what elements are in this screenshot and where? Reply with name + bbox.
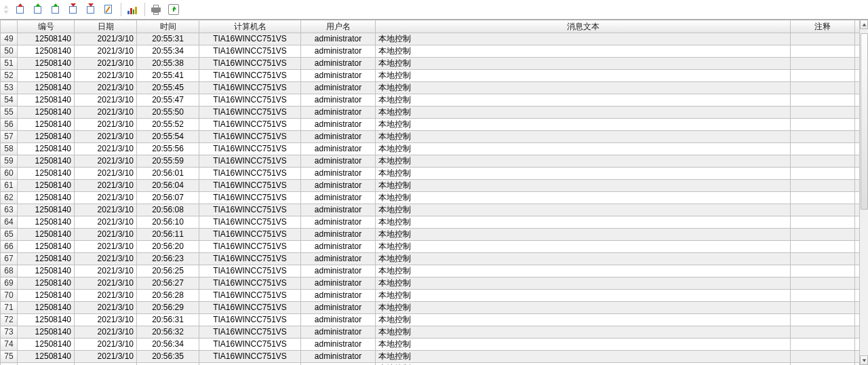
cell-user: administrator [301,180,376,192]
col-header-date[interactable]: 日期 [75,20,137,33]
cell-date: 2021/3/10 [75,351,137,363]
row-header[interactable]: 74 [1,339,18,351]
scroll-thumb[interactable] [861,33,868,210]
cell-date: 2021/3/10 [75,168,137,180]
table-row[interactable]: 52125081402021/3/1020:55:41TIA16WINCC751… [1,70,860,82]
edit-sheet-icon[interactable] [100,1,117,18]
cell-msg: 本地控制 [376,265,791,277]
cell-msg: 本地控制 [376,33,791,45]
table-row[interactable]: 69125081402021/3/1020:56:27TIA16WINCC751… [1,277,860,290]
table-row[interactable]: 73125081402021/3/1020:56:32TIA16WINCC751… [1,326,860,339]
row-header[interactable]: 67 [1,253,18,265]
col-header-computer[interactable]: 计算机名 [199,20,301,33]
table-row[interactable]: 54125081402021/3/1020:55:47TIA16WINCC751… [1,94,860,107]
table-row[interactable]: 60125081402021/3/1020:56:01TIA16WINCC751… [1,168,860,180]
table-row[interactable]: 56125081402021/3/1020:55:52TIA16WINCC751… [1,119,860,131]
table-row[interactable]: 65125081402021/3/1020:56:11TIA16WINCC751… [1,229,860,241]
cell-computer: TIA16WINCC751VS [199,277,301,290]
table-row[interactable]: 74125081402021/3/1020:56:34TIA16WINCC751… [1,339,860,351]
scroll-up-button[interactable] [860,20,868,29]
row-header[interactable]: 57 [1,131,18,143]
row-header[interactable]: 63 [1,204,18,216]
cell-msg: 本地控制 [376,314,791,326]
table-row[interactable]: 63125081402021/3/1020:56:08TIA16WINCC751… [1,204,860,216]
row-header[interactable]: 49 [1,33,18,45]
table-row[interactable]: 66125081402021/3/1020:56:20TIA16WINCC751… [1,241,860,253]
row-header[interactable]: 69 [1,277,18,290]
table-row[interactable]: 51125081402021/3/1020:55:38TIA16WINCC751… [1,58,860,70]
export-up-icon[interactable] [47,1,64,18]
row-header[interactable]: 56 [1,119,18,131]
import-sheet-icon[interactable] [12,1,28,18]
print-icon[interactable] [148,1,164,18]
cell-msg: 本地控制 [376,119,791,131]
row-header[interactable]: 52 [1,70,18,82]
row-header[interactable]: 66 [1,241,18,253]
col-header-id[interactable]: 编号 [18,20,75,33]
table-row[interactable]: 75125081402021/3/1020:56:35TIA16WINCC751… [1,351,860,363]
table-row[interactable]: 61125081402021/3/1020:56:04TIA16WINCC751… [1,180,860,192]
table-row[interactable]: 72125081402021/3/1020:56:31TIA16WINCC751… [1,314,860,326]
table-row[interactable]: 58125081402021/3/1020:55:56TIA16WINCC751… [1,143,860,155]
row-header[interactable]: 68 [1,265,18,277]
row-header[interactable]: 70 [1,290,18,302]
cell-id: 12508140 [18,265,75,277]
col-header-msg[interactable]: 消息文本 [376,20,791,33]
cell-date: 2021/3/10 [75,216,137,229]
row-header[interactable]: 60 [1,168,18,180]
cell-user: administrator [301,107,376,119]
col-header-user[interactable]: 用户名 [301,20,376,33]
cell-msg: 本地控制 [376,363,791,366]
row-header[interactable]: 71 [1,302,18,314]
table-row[interactable]: 50125081402021/3/1020:55:34TIA16WINCC751… [1,45,860,58]
row-header[interactable]: 76 [1,363,18,366]
table-row[interactable]: 64125081402021/3/1020:56:10TIA16WINCC751… [1,216,860,229]
cell-user: administrator [301,45,376,58]
chart-icon[interactable] [124,1,140,18]
cell-user: administrator [301,265,376,277]
row-header[interactable]: 61 [1,180,18,192]
row-header[interactable]: 72 [1,314,18,326]
table-row[interactable]: 57125081402021/3/1020:55:54TIA16WINCC751… [1,131,860,143]
row-header[interactable]: 59 [1,155,18,168]
cell-msg: 本地控制 [376,107,791,119]
export-sheet-icon[interactable] [65,1,81,18]
row-header[interactable]: 54 [1,94,18,107]
table-row[interactable]: 53125081402021/3/1020:55:45TIA16WINCC751… [1,82,860,94]
col-header-time[interactable]: 时间 [137,20,199,33]
row-header[interactable]: 75 [1,351,18,363]
row-header[interactable]: 53 [1,82,18,94]
cell-note [791,94,855,107]
row-header[interactable]: 65 [1,229,18,241]
table-row[interactable]: 76125081402021/3/1020:56:37TIA16WINCC751… [1,363,860,366]
table-row[interactable]: 55125081402021/3/1020:55:50TIA16WINCC751… [1,107,860,119]
scroll-down-button[interactable] [860,356,868,365]
row-header[interactable]: 73 [1,326,18,339]
table-row[interactable]: 68125081402021/3/1020:56:25TIA16WINCC751… [1,265,860,277]
row-header[interactable]: 51 [1,58,18,70]
export-all-icon[interactable] [83,1,99,18]
data-grid[interactable]: 编号日期时间计算机名用户名消息文本注释 49125081402021/3/102… [0,20,859,365]
vertical-scrollbar[interactable] [859,20,868,365]
import-all-icon[interactable] [30,1,46,18]
row-header[interactable]: 64 [1,216,18,229]
toolbar-handle-icon[interactable] [3,2,9,17]
cell-msg: 本地控制 [376,229,791,241]
table-row[interactable]: 59125081402021/3/1020:55:59TIA16WINCC751… [1,155,860,168]
cell-time: 20:56:27 [137,277,199,290]
table-row[interactable]: 49125081402021/3/1020:55:31TIA16WINCC751… [1,33,860,45]
export-file-icon[interactable] [165,1,182,18]
cell-computer: TIA16WINCC751VS [199,241,301,253]
table-row[interactable]: 62125081402021/3/1020:56:07TIA16WINCC751… [1,192,860,204]
row-header[interactable]: 55 [1,107,18,119]
table-row[interactable]: 71125081402021/3/1020:56:29TIA16WINCC751… [1,302,860,314]
row-header[interactable]: 62 [1,192,18,204]
row-header[interactable]: 50 [1,45,18,58]
col-header-note[interactable]: 注释 [791,20,855,33]
cell-id: 12508140 [18,131,75,143]
table-row[interactable]: 67125081402021/3/1020:56:23TIA16WINCC751… [1,253,860,265]
col-header-rownum[interactable] [1,20,18,33]
table-row[interactable]: 70125081402021/3/1020:56:28TIA16WINCC751… [1,290,860,302]
toolbar [0,0,868,19]
row-header[interactable]: 58 [1,143,18,155]
